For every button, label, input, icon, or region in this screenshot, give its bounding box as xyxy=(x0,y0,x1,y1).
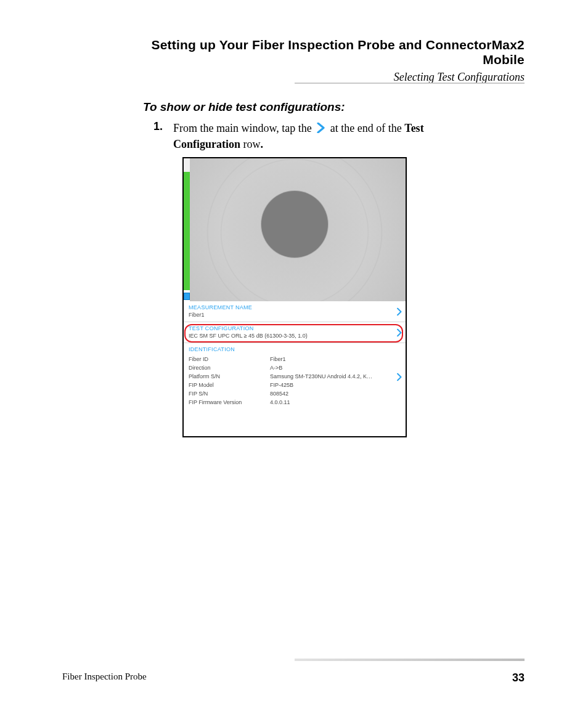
id-key: FIP S/N xyxy=(189,389,270,398)
row-measurement-name[interactable]: MEASUREMENT NAME Fiber1 xyxy=(184,301,406,322)
zoom-slider-track[interactable] xyxy=(184,158,190,301)
row-title: MEASUREMENT NAME xyxy=(189,304,392,310)
id-value: Fiber1 xyxy=(270,355,372,363)
chevron-right-icon xyxy=(396,328,402,336)
id-key: Direction xyxy=(189,363,270,372)
chevron-right-icon xyxy=(396,373,402,381)
zoom-slider-base xyxy=(184,290,190,301)
row-identification[interactable]: IDENTIFICATION Fiber IDFiber1 DirectionA… xyxy=(184,343,406,410)
step-text: From the main window, tap the at the end… xyxy=(173,120,494,152)
section-title: Selecting Test Configurations xyxy=(126,71,525,84)
step-text-post: row xyxy=(243,138,261,150)
table-row: FIP Firmware Version4.0.0.11 xyxy=(189,398,372,407)
zoom-slider-fill xyxy=(184,172,190,301)
row-value: IEC SM SF UPC ORL ≥ 45 dB (61300-3-35, 1… xyxy=(189,333,392,339)
page-footer: Fiber Inspection Probe 33 xyxy=(62,671,525,684)
id-value: FIP-425B xyxy=(270,381,372,389)
step-text-bold-2: . xyxy=(261,138,264,150)
chevron-right-icon xyxy=(316,123,325,133)
table-row: Fiber IDFiber1 xyxy=(189,355,372,363)
row-test-configuration[interactable]: TEST CONFIGURATION IEC SM SF UPC ORL ≥ 4… xyxy=(184,322,406,343)
table-row: Platform S/NSamsung SM-T230NU Android 4.… xyxy=(189,372,372,381)
id-key: FIP Model xyxy=(189,381,270,389)
step-text-pre: From the main window, tap the xyxy=(173,122,314,134)
id-key: Platform S/N xyxy=(189,372,270,381)
table-row: FIP S/N808542 xyxy=(189,389,372,398)
footer-page-number: 33 xyxy=(512,671,525,684)
chapter-title: Setting up Your Fiber Inspection Probe a… xyxy=(126,38,525,67)
footer-divider xyxy=(295,659,525,661)
step-text-mid: at the end of the xyxy=(330,122,404,134)
row-title: IDENTIFICATION xyxy=(189,346,392,352)
id-value: 4.0.0.11 xyxy=(270,398,372,407)
procedure-heading: To show or hide test configurations: xyxy=(143,100,345,114)
table-row: DirectionA->B xyxy=(189,363,372,372)
id-value: Samsung SM-T230NU Android 4.4.2, K… xyxy=(270,372,372,381)
footer-doc-title: Fiber Inspection Probe xyxy=(62,671,147,682)
header-divider xyxy=(295,83,525,84)
table-row: FIP ModelFIP-425B xyxy=(189,381,372,389)
zoom-slider-handle[interactable] xyxy=(184,293,190,300)
details-panel: MEASUREMENT NAME Fiber1 TEST CONFIGURATI… xyxy=(184,301,406,410)
fiber-endface-icon xyxy=(261,191,328,258)
id-value: A->B xyxy=(270,363,372,372)
id-key: FIP Firmware Version xyxy=(189,398,270,407)
app-screenshot: MEASUREMENT NAME Fiber1 TEST CONFIGURATI… xyxy=(182,157,407,437)
id-key: Fiber ID xyxy=(189,355,270,363)
chevron-right-icon xyxy=(396,307,402,315)
step-number: 1. xyxy=(153,120,171,133)
identification-table: Fiber IDFiber1 DirectionA->B Platform S/… xyxy=(189,355,372,407)
page-root: Setting up Your Fiber Inspection Probe a… xyxy=(0,0,588,714)
row-value: Fiber1 xyxy=(189,312,392,318)
row-title: TEST CONFIGURATION xyxy=(189,325,392,331)
id-value: 808542 xyxy=(270,389,372,398)
step-1: 1. From the main window, tap the at the … xyxy=(153,120,502,152)
fiber-live-view xyxy=(184,158,406,301)
page-header: Setting up Your Fiber Inspection Probe a… xyxy=(126,38,525,84)
